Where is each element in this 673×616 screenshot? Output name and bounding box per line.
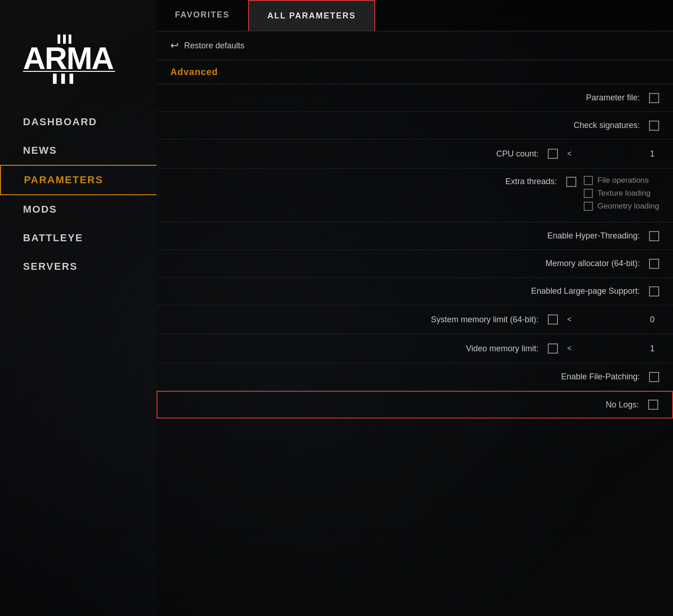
svg-rect-6 — [70, 74, 73, 84]
checkbox-check-signatures[interactable] — [649, 121, 659, 131]
checkbox-enable-hyper-threading[interactable] — [649, 231, 659, 241]
sub-option-geometry-loading: Geometry loading — [584, 202, 659, 211]
param-row-check-signatures: Check signatures: — [157, 112, 673, 139]
param-label-system-memory-limit: System memory limit (64-bit): — [170, 315, 548, 325]
sub-label-file-operations: File operations — [598, 176, 649, 185]
param-row-large-page-support: Enabled Large-page Support: — [157, 278, 673, 305]
sidebar: ARMA DASHBOARDNEWSPARAMETERSMODSBATTLEYE… — [0, 0, 157, 616]
svg-rect-4 — [53, 74, 57, 84]
param-row-extra-threads: Extra threads:File operationsTexture loa… — [157, 169, 673, 222]
restore-defaults-label: Restore defaults — [184, 41, 244, 51]
param-row-no-logs: No Logs: — [157, 391, 673, 418]
checkbox-system-memory-limit[interactable] — [548, 314, 558, 325]
param-label-extra-threads: Extra threads: — [170, 176, 566, 186]
param-row-enable-hyper-threading: Enable Hyper-Threading: — [157, 222, 673, 250]
tab-favorites[interactable]: FAVORITES — [157, 0, 248, 31]
sidebar-item-parameters[interactable]: PARAMETERS — [0, 165, 157, 195]
logo-area: ARMA — [0, 18, 157, 99]
param-label-parameter-file: Parameter file: — [170, 93, 649, 103]
checkbox-video-memory-limit[interactable] — [548, 343, 558, 354]
sidebar-item-battleye[interactable]: BATTLEYE — [0, 224, 157, 252]
stepper-video-memory-limit: <1 — [563, 342, 659, 355]
sub-checkbox-file-operations[interactable] — [584, 176, 593, 185]
params-list: Parameter file:Check signatures:CPU coun… — [157, 84, 673, 418]
restore-icon: ↩ — [170, 40, 179, 52]
tab-all-parameters[interactable]: ALL PARAMETERS — [248, 0, 375, 31]
arma-logo: ARMA — [18, 32, 120, 87]
stepper-value-cpu-count: 1 — [576, 149, 659, 159]
sub-label-texture-loading: Texture loading — [598, 189, 650, 198]
section-advanced-header: Advanced — [157, 60, 673, 84]
sub-checkbox-texture-loading[interactable] — [584, 189, 593, 198]
svg-rect-5 — [61, 74, 65, 84]
restore-defaults-button[interactable]: ↩ Restore defaults — [157, 31, 673, 60]
param-label-large-page-support: Enabled Large-page Support: — [170, 286, 649, 296]
stepper-value-system-memory-limit: 0 — [576, 315, 659, 325]
sub-option-texture-loading: Texture loading — [584, 189, 659, 198]
checkbox-parameter-file[interactable] — [649, 93, 659, 103]
checkbox-enable-file-patching[interactable] — [649, 372, 659, 382]
sidebar-item-dashboard[interactable]: DASHBOARD — [0, 108, 157, 136]
checkbox-large-page-support[interactable] — [649, 286, 659, 296]
stepper-decrement-video-memory-limit[interactable]: < — [563, 342, 576, 355]
sub-label-geometry-loading: Geometry loading — [598, 202, 659, 211]
sidebar-nav: DASHBOARDNEWSPARAMETERSMODSBATTLEYESERVE… — [0, 99, 157, 290]
param-label-check-signatures: Check signatures: — [170, 121, 649, 130]
param-label-video-memory-limit: Video memory limit: — [170, 344, 548, 354]
stepper-decrement-system-memory-limit[interactable]: < — [563, 313, 576, 326]
param-row-memory-allocator: Memory allocator (64-bit): — [157, 250, 673, 278]
sub-option-file-operations: File operations — [584, 176, 659, 185]
stepper-decrement-cpu-count[interactable]: < — [563, 147, 576, 161]
stepper-cpu-count: <1 — [563, 147, 659, 161]
param-row-cpu-count: CPU count:<1 — [157, 139, 673, 169]
sidebar-item-mods[interactable]: MODS — [0, 195, 157, 224]
param-row-system-memory-limit: System memory limit (64-bit):<0 — [157, 305, 673, 334]
param-label-enable-file-patching: Enable File-Patching: — [170, 372, 649, 382]
checkbox-memory-allocator[interactable] — [649, 259, 659, 269]
stepper-system-memory-limit: <0 — [563, 313, 659, 326]
param-label-memory-allocator: Memory allocator (64-bit): — [170, 259, 649, 268]
sidebar-item-servers[interactable]: SERVERS — [0, 252, 157, 281]
sidebar-item-news[interactable]: NEWS — [0, 136, 157, 165]
param-label-cpu-count: CPU count: — [170, 149, 548, 159]
tabs-bar: FAVORITES ALL PARAMETERS — [157, 0, 673, 31]
param-label-enable-hyper-threading: Enable Hyper-Threading: — [170, 231, 649, 241]
param-row-video-memory-limit: Video memory limit:<1 — [157, 334, 673, 363]
params-content: ↩ Restore defaults Advanced Parameter fi… — [157, 31, 673, 616]
checkbox-cpu-count[interactable] — [548, 149, 558, 159]
main-content: FAVORITES ALL PARAMETERS ↩ Restore defau… — [157, 0, 673, 616]
svg-text:ARMA: ARMA — [23, 41, 114, 76]
checkbox-no-logs[interactable] — [648, 400, 658, 410]
param-row-parameter-file: Parameter file: — [157, 84, 673, 112]
param-label-no-logs: No Logs: — [171, 400, 648, 410]
stepper-value-video-memory-limit: 1 — [576, 344, 659, 354]
param-row-enable-file-patching: Enable File-Patching: — [157, 363, 673, 391]
sub-checkbox-geometry-loading[interactable] — [584, 202, 593, 211]
checkbox-extra-threads[interactable] — [566, 177, 576, 187]
